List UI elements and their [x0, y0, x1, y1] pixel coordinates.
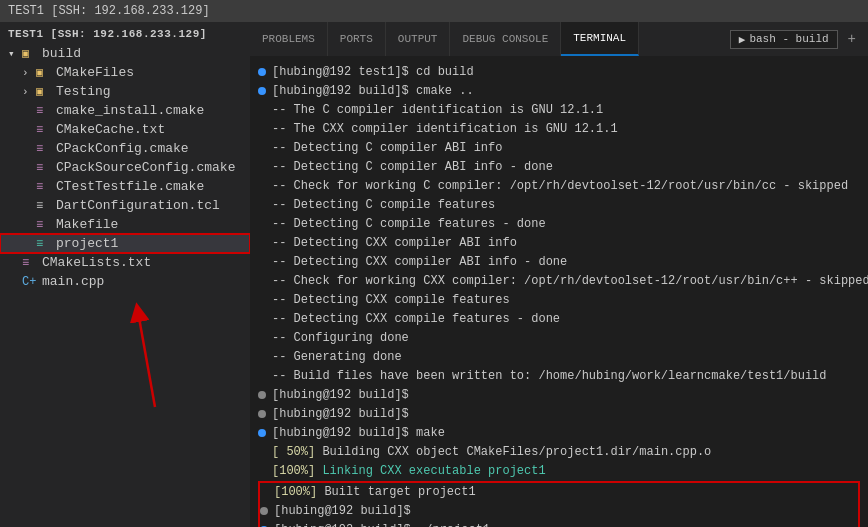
tree-item[interactable]: ≡ CTestTestfile.cmake	[0, 177, 250, 196]
folder-icon: ▣	[36, 84, 52, 99]
terminal-dot	[258, 296, 266, 304]
terminal-text: -- Check for working CXX compiler: /opt/…	[272, 272, 868, 290]
terminal-text: -- Detecting C compiler ABI info - done	[272, 158, 553, 176]
terminal-dot	[258, 277, 266, 285]
terminal-dot	[258, 125, 266, 133]
terminal-text: [hubing@192 build]$	[274, 502, 411, 520]
tab-terminal[interactable]: TERMINAL	[561, 22, 639, 56]
tree-arrow: ›	[22, 86, 36, 98]
terminal-text: -- Configuring done	[272, 329, 409, 347]
terminal-line: [hubing@192 build]$ cmake ..	[258, 82, 860, 100]
tree-item[interactable]: ≡ CPackSourceConfig.cmake	[0, 158, 250, 177]
terminal-text: [100%] Built target project1	[274, 483, 476, 501]
terminal-dot	[258, 106, 266, 114]
file-label: main.cpp	[42, 274, 104, 289]
tree-item[interactable]: › ▣ Testing	[0, 82, 250, 101]
file-icon: ≡	[36, 218, 52, 232]
tree-item[interactable]: ≡ CMakeLists.txt	[0, 253, 250, 272]
terminal-dot	[258, 334, 266, 342]
file-icon: ≡	[36, 237, 52, 251]
terminal-text: -- Build files have been written to: /ho…	[272, 367, 827, 385]
file-label: CMakeLists.txt	[42, 255, 151, 270]
file-icon: ≡	[36, 199, 52, 213]
sidebar-header: TEST1 [SSH: 192.168.233.129]	[0, 24, 250, 44]
terminal-line: -- Build files have been written to: /ho…	[258, 367, 860, 385]
terminal-text: [hubing@192 build]$ make	[272, 424, 445, 442]
terminal-line: -- Detecting C compiler ABI info	[258, 139, 860, 157]
terminal-dot	[258, 182, 266, 190]
tab-debug-console[interactable]: DEBUG CONSOLE	[450, 22, 561, 56]
folder-icon: ▣	[22, 46, 38, 61]
tree-item[interactable]: ≡ CMakeCache.txt	[0, 120, 250, 139]
terminal-tab-group: PROBLEMS PORTS OUTPUT DEBUG CONSOLE TERM…	[250, 22, 722, 56]
terminal-text: -- Detecting CXX compiler ABI info	[272, 234, 517, 252]
tree-item[interactable]: ≡ DartConfiguration.tcl	[0, 196, 250, 215]
terminal-text: [hubing@192 build]$ ./project1	[274, 521, 490, 527]
tree-item[interactable]: ≡ CPackConfig.cmake	[0, 139, 250, 158]
tree-item[interactable]: › ▣ CMakeFiles	[0, 63, 250, 82]
terminal-line: -- Detecting C compiler ABI info - done	[258, 158, 860, 176]
file-label: CMakeFiles	[56, 65, 134, 80]
terminal-line: -- The CXX compiler identification is GN…	[258, 120, 860, 138]
terminal-line: [hubing@192 build]$ make	[258, 424, 860, 442]
terminal-dot	[258, 163, 266, 171]
terminal-line: [hubing@192 build]$	[258, 386, 860, 404]
terminal-line: -- Detecting CXX compiler ABI info - don…	[258, 253, 860, 271]
terminal-line: -- The C compiler identification is GNU …	[258, 101, 860, 119]
terminal-line: -- Detecting C compile features - done	[258, 215, 860, 233]
title-bar-text: TEST1 [SSH: 192.168.233.129]	[8, 4, 210, 18]
file-icon: ≡	[36, 104, 52, 118]
terminal-text: -- Detecting C compile features - done	[272, 215, 546, 233]
terminal-line: [100%] Linking CXX executable project1	[258, 462, 860, 480]
terminal-output[interactable]: [hubing@192 test1]$ cd build[hubing@192 …	[250, 57, 868, 527]
tree-item[interactable]: ▾ ▣ build	[0, 44, 250, 63]
terminal-dot	[258, 429, 266, 437]
terminal-text: [hubing@192 build]$	[272, 386, 409, 404]
terminal-text: -- Generating done	[272, 348, 402, 366]
terminal-header: PROBLEMS PORTS OUTPUT DEBUG CONSOLE TERM…	[250, 22, 868, 57]
tab-problems[interactable]: PROBLEMS	[250, 22, 328, 56]
file-label: DartConfiguration.tcl	[56, 198, 220, 213]
file-label: build	[42, 46, 81, 61]
folder-icon: ▣	[36, 65, 52, 80]
terminal-dot	[258, 410, 266, 418]
terminal-dot	[258, 258, 266, 266]
terminal-dot	[258, 239, 266, 247]
terminal-text: -- Detecting CXX compile features - done	[272, 310, 560, 328]
terminal-dot	[258, 391, 266, 399]
tree-item[interactable]: ≡ project1	[0, 234, 250, 253]
terminal-line: [hubing@192 build]$ ./project1	[260, 521, 858, 527]
terminal-line: -- Detecting CXX compile features	[258, 291, 860, 309]
file-icon: ≡	[36, 180, 52, 194]
terminal-dot	[258, 144, 266, 152]
tree-item[interactable]: ≡ cmake_install.cmake	[0, 101, 250, 120]
file-label: CPackSourceConfig.cmake	[56, 160, 235, 175]
tab-ports[interactable]: PORTS	[328, 22, 386, 56]
terminal-controls: ▶ bash - build +	[722, 29, 868, 49]
terminal-text: [hubing@192 build]$ cmake ..	[272, 82, 474, 100]
file-icon: ≡	[36, 123, 52, 137]
terminal-text: [ 50%] Building CXX object CMakeFiles/pr…	[272, 443, 711, 461]
new-terminal-button[interactable]: +	[844, 29, 860, 49]
terminal-text: -- Detecting C compile features	[272, 196, 495, 214]
terminal-highlight-box: [100%] Built target project1[hubing@192 …	[258, 481, 860, 527]
tree-arrow: ▾	[8, 47, 22, 60]
tree-item[interactable]: ≡ Makefile	[0, 215, 250, 234]
tree-item[interactable]: C+ main.cpp	[0, 272, 250, 291]
terminal-line: -- Detecting CXX compile features - done	[258, 310, 860, 328]
bash-tab[interactable]: ▶ bash - build	[730, 30, 838, 49]
terminal-line: [hubing@192 build]$	[260, 502, 858, 520]
terminal-text: -- Detecting CXX compiler ABI info - don…	[272, 253, 567, 271]
terminal-icon: ▶	[739, 33, 746, 46]
file-icon: C+	[22, 275, 38, 289]
terminal-line: -- Check for working CXX compiler: /opt/…	[258, 272, 860, 290]
terminal-dot	[258, 220, 266, 228]
terminal-text: [100%] Linking CXX executable project1	[272, 462, 546, 480]
file-label: Makefile	[56, 217, 118, 232]
terminal-text: -- The CXX compiler identification is GN…	[272, 120, 618, 138]
terminal-line: -- Configuring done	[258, 329, 860, 347]
file-icon: ≡	[36, 161, 52, 175]
file-label: project1	[56, 236, 118, 251]
tab-output[interactable]: OUTPUT	[386, 22, 451, 56]
terminal-area: PROBLEMS PORTS OUTPUT DEBUG CONSOLE TERM…	[250, 22, 868, 527]
